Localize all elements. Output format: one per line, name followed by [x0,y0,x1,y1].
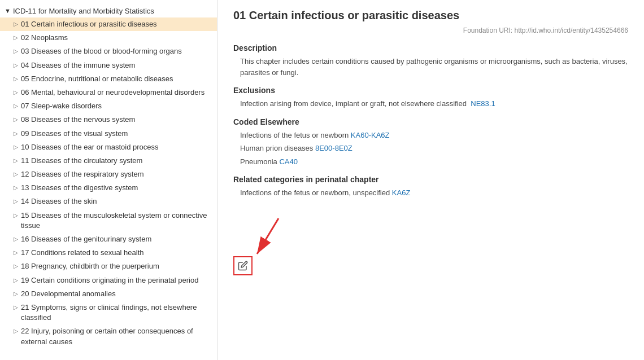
sidebar-item-label-05: 05 Endocrine, nutritional or metabolic d… [21,74,212,84]
sidebar-item-06[interactable]: ▷06 Mental, behavioural or neurodevelopm… [0,86,217,99]
exclusions-label: Exclusions [233,86,628,95]
sidebar-item-label-13: 13 Diseases of the digestive system [21,183,212,193]
root-caret-icon: ▼ [5,7,11,14]
coded-item-text: Human prion diseases [240,144,315,152]
sidebar-item-label-18: 18 Pregnancy, childbirth or the puerperi… [21,261,212,271]
sidebar-item-label-17: 17 Conditions related to sexual health [21,248,212,258]
sidebar-item-label-03: 03 Diseases of the blood or blood-formin… [21,46,212,56]
sidebar-root-label: ICD-11 for Mortality and Morbidity Stati… [13,7,154,15]
caret-icon-08: ▷ [14,116,18,124]
sidebar-item-label-19: 19 Certain conditions originating in the… [21,275,212,286]
caret-icon-15: ▷ [14,212,18,219]
sidebar-items-list: ▷01 Certain infectious or parasitic dise… [0,17,217,349]
coded-item-link[interactable]: CA40 [279,157,298,166]
coded-elsewhere-item: Pneumonia CA40 [233,156,628,168]
sidebar-item-16[interactable]: ▷16 Diseases of the genitourinary system [0,232,217,246]
caret-icon-22: ▷ [14,327,18,335]
caret-icon-10: ▷ [14,143,18,151]
coded-item-link[interactable]: KA60-KA6Z [351,131,390,139]
sidebar-item-21[interactable]: ▷21 Symptoms, signs or clinical findings… [0,301,217,324]
main-content: 01 Certain infectious or parasitic disea… [217,0,644,360]
coded-elsewhere-item: Human prion diseases 8E00-8E0Z [233,143,628,154]
related-categories-list: Infections of the fetus or newborn, unsp… [233,187,628,199]
sidebar-item-label-12: 12 Diseases of the respiratory system [21,169,212,179]
related-category-item: Infections of the fetus or newborn, unsp… [233,187,628,199]
sidebar-item-label-09: 09 Diseases of the visual system [21,129,212,139]
sidebar-item-label-01: 01 Certain infectious or parasitic disea… [21,19,212,29]
caret-icon-05: ▷ [14,75,18,83]
sidebar-item-label-02: 02 Neoplasms [21,33,212,43]
sidebar-item-04[interactable]: ▷04 Diseases of the immune system [0,59,217,72]
sidebar-root[interactable]: ▼ ICD-11 for Mortality and Morbidity Sta… [0,5,217,17]
sidebar-item-label-22: 22 Injury, poisoning or certain other co… [21,326,212,346]
related-categories-label: Related categories in perinatal chapter [233,175,628,184]
caret-icon-01: ▷ [14,20,18,28]
caret-icon-06: ▷ [14,89,18,96]
caret-icon-16: ▷ [14,235,18,243]
coded-item-text: Infections of the fetus or newborn [240,131,351,139]
caret-icon-07: ▷ [14,102,18,110]
sidebar-item-label-16: 16 Diseases of the genitourinary system [21,234,212,244]
page-title: 01 Certain infectious or parasitic disea… [233,9,628,22]
caret-icon-02: ▷ [14,34,18,42]
foundation-uri: Foundation URI: http://id.who.int/icd/en… [233,27,628,34]
sidebar-item-05[interactable]: ▷05 Endocrine, nutritional or metabolic … [0,72,217,86]
sidebar: ▼ ICD-11 for Mortality and Morbidity Sta… [0,0,217,360]
caret-icon-14: ▷ [14,197,18,205]
sidebar-item-label-20: 20 Developmental anomalies [21,289,212,299]
sidebar-item-label-21: 21 Symptoms, signs or clinical findings,… [21,302,212,323]
sidebar-item-17[interactable]: ▷17 Conditions related to sexual health [0,246,217,260]
sidebar-item-20[interactable]: ▷20 Developmental anomalies [0,287,217,301]
caret-icon-19: ▷ [14,276,18,284]
sidebar-item-22[interactable]: ▷22 Injury, poisoning or certain other c… [0,324,217,348]
caret-icon-13: ▷ [14,184,18,192]
annotation-area [233,216,628,283]
caret-icon-12: ▷ [14,170,18,178]
coded-elsewhere-list: Infections of the fetus or newborn KA60-… [233,130,628,168]
related-item-link[interactable]: KA6Z [392,188,411,197]
caret-icon-17: ▷ [14,249,18,257]
sidebar-item-label-08: 08 Diseases of the nervous system [21,115,212,125]
caret-icon-18: ▷ [14,262,18,270]
sidebar-item-label-06: 06 Mental, behavioural or neurodevelopme… [21,87,212,98]
sidebar-item-11[interactable]: ▷11 Diseases of the circulatory system [0,154,217,168]
sidebar-item-09[interactable]: ▷09 Diseases of the visual system [0,127,217,141]
sidebar-item-01[interactable]: ▷01 Certain infectious or parasitic dise… [0,17,217,31]
caret-icon-09: ▷ [14,130,18,138]
sidebar-item-18[interactable]: ▷18 Pregnancy, childbirth or the puerper… [0,260,217,273]
exclusions-body-text: Infection arising from device, implant o… [240,99,467,108]
svg-line-1 [257,218,279,254]
sidebar-item-label-11: 11 Diseases of the circulatory system [21,156,212,166]
sidebar-item-15[interactable]: ▷15 Diseases of the musculoskeletal syst… [0,209,217,232]
coded-elsewhere-label: Coded Elsewhere [233,117,628,126]
related-item-text: Infections of the fetus or newborn, unsp… [240,188,392,197]
description-text: This chapter includes certain conditions… [233,56,628,78]
sidebar-item-19[interactable]: ▷19 Certain conditions originating in th… [0,274,217,287]
caret-icon-04: ▷ [14,62,18,69]
caret-icon-03: ▷ [14,47,18,55]
sidebar-item-12[interactable]: ▷12 Diseases of the respiratory system [0,168,217,181]
sidebar-item-07[interactable]: ▷07 Sleep-wake disorders [0,99,217,113]
exclusions-link[interactable]: NE83.1 [471,99,495,108]
caret-icon-21: ▷ [14,304,18,311]
sidebar-item-10[interactable]: ▷10 Diseases of the ear or mastoid proce… [0,141,217,154]
sidebar-item-label-07: 07 Sleep-wake disorders [21,101,212,111]
sidebar-item-02[interactable]: ▷02 Neoplasms [0,31,217,45]
coded-item-link[interactable]: 8E00-8E0Z [315,144,353,152]
sidebar-item-13[interactable]: ▷13 Diseases of the digestive system [0,181,217,195]
exclusions-text: Infection arising from device, implant o… [233,98,628,109]
sidebar-item-label-15: 15 Diseases of the musculoskeletal syste… [21,210,212,231]
edit-icon-button[interactable] [233,256,253,275]
sidebar-item-label-14: 14 Diseases of the skin [21,196,212,207]
pencil-icon [238,261,248,271]
description-label: Description [233,43,628,52]
caret-icon-20: ▷ [14,290,18,298]
coded-item-text: Pneumonia [240,157,279,166]
sidebar-item-14[interactable]: ▷14 Diseases of the skin [0,195,217,208]
sidebar-item-label-10: 10 Diseases of the ear or mastoid proces… [21,142,212,152]
coded-elsewhere-item: Infections of the fetus or newborn KA60-… [233,130,628,141]
sidebar-item-label-04: 04 Diseases of the immune system [21,60,212,71]
sidebar-item-03[interactable]: ▷03 Diseases of the blood or blood-formi… [0,45,217,58]
caret-icon-11: ▷ [14,157,18,165]
sidebar-item-08[interactable]: ▷08 Diseases of the nervous system [0,113,217,126]
